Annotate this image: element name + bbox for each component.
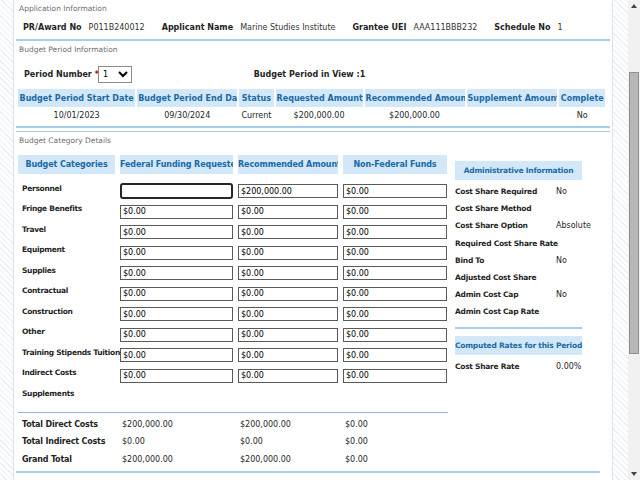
panel-field-label: Cost Share Required [455, 187, 556, 196]
category-row: Supplies [18, 260, 454, 281]
federal-funding-input[interactable] [120, 348, 233, 362]
panel-field-label: Admin Cost Cap Rate [455, 307, 556, 316]
app-info-row: PR/Award NoP011B240012Applicant NameMari… [23, 23, 612, 32]
category-label: Construction [18, 307, 115, 316]
budget-form-window: Application Information PR/Award NoP011B… [0, 0, 640, 480]
non-federal-funds-input[interactable] [343, 307, 447, 321]
totals-row: Total Indirect Costs$0.00$0.00$0.00 [18, 433, 454, 451]
vertical-scrollbar[interactable] [628, 0, 640, 480]
panel-field-row: Cost Share Rate0.00% [455, 358, 582, 375]
field-value: P011B240012 [89, 23, 145, 32]
category-row: Other [18, 322, 454, 343]
scroll-down-button[interactable] [628, 468, 640, 480]
non-federal-funds-input[interactable] [343, 266, 447, 280]
category-cell [343, 240, 447, 260]
category-label: Other [18, 327, 115, 336]
totals-value: $0.00 [120, 437, 233, 446]
category-cell [120, 199, 233, 219]
totals-value: $200,000.00 [120, 420, 233, 429]
totals-label: Total Indirect Costs [18, 437, 115, 446]
category-cell [238, 343, 338, 363]
recommended-amount-input[interactable] [238, 205, 338, 219]
totals-label: Total Direct Costs [18, 420, 115, 429]
non-federal-funds-input[interactable] [343, 328, 447, 342]
federal-funding-input[interactable] [120, 307, 233, 321]
category-header-cell: Budget Categories [18, 155, 115, 174]
category-header-cell: Recommended Amount [238, 155, 338, 174]
non-federal-funds-input[interactable] [343, 246, 447, 260]
federal-funding-input[interactable] [120, 246, 233, 260]
period-number-row: Period Number* 1 Budget Period in View :… [14, 65, 612, 89]
recommended-amount-input[interactable] [238, 348, 338, 362]
federal-funding-input[interactable] [120, 287, 233, 301]
recommended-amount-input[interactable] [238, 184, 338, 198]
category-cell [238, 302, 338, 322]
recommended-amount-input[interactable] [238, 369, 338, 383]
category-cell [238, 363, 338, 383]
recommended-amount-input[interactable] [238, 246, 338, 260]
scrollbar-thumb[interactable] [629, 72, 639, 354]
totals-label: Grand Total [18, 455, 115, 464]
category-cell [238, 261, 338, 281]
category-row: Personnel [18, 178, 454, 199]
non-federal-funds-input[interactable] [343, 205, 447, 219]
category-row: Travel [18, 219, 454, 240]
period-table-cell [467, 107, 558, 124]
recommended-amount-input[interactable] [238, 307, 338, 321]
period-table-header-cell: Requested Amount [276, 89, 363, 107]
period-table-cell: 09/30/2024 [137, 107, 237, 124]
category-cell [120, 261, 233, 281]
non-federal-funds-input[interactable] [343, 287, 447, 301]
non-federal-funds-input[interactable] [343, 184, 447, 198]
panel-field-label: Admin Cost Cap [455, 290, 556, 299]
category-cell [343, 261, 447, 281]
federal-funding-input[interactable] [120, 328, 233, 342]
admin-fields: Cost Share RequiredNoCost Share MethodCo… [455, 183, 582, 321]
category-row: Indirect Costs [18, 363, 454, 384]
recommended-amount-input[interactable] [238, 328, 338, 342]
federal-funding-input[interactable] [120, 266, 233, 280]
period-table-header-cell: Complete [559, 89, 605, 107]
recommended-amount-input[interactable] [238, 225, 338, 239]
federal-funding-input[interactable] [120, 225, 233, 239]
category-label: Indirect Costs [18, 368, 115, 377]
scroll-down-icon [631, 472, 637, 476]
admin-panel: Administrative Information Cost Share Re… [455, 161, 582, 375]
period-table-data-row: 10/01/202309/30/2024Current$200,000.00$2… [18, 107, 605, 124]
budget-period-table: Budget Period Start DateBudget Period En… [16, 89, 607, 124]
bottom-divider [16, 471, 600, 473]
non-federal-funds-input[interactable] [343, 369, 447, 383]
in-view-label: Budget Period in View : [254, 70, 360, 79]
scroll-up-button[interactable] [628, 0, 640, 12]
federal-funding-input[interactable] [120, 183, 233, 199]
federal-funding-input[interactable] [120, 205, 233, 219]
non-federal-funds-input[interactable] [343, 225, 447, 239]
category-cell [238, 179, 338, 199]
totals-value: $200,000.00 [120, 455, 233, 464]
totals-row: Total Direct Costs$200,000.00$200,000.00… [18, 416, 454, 434]
category-header-cell: Federal Funding Requested [120, 155, 233, 174]
period-table-header-cell: Supplement Amount [467, 89, 558, 107]
field-label: PR/Award No [23, 23, 82, 32]
recommended-amount-input[interactable] [238, 266, 338, 280]
budget-period-in-view: Budget Period in View :1 [14, 70, 605, 79]
computed-rates-divider [455, 327, 582, 329]
category-cell [343, 220, 447, 240]
panel-field-value: Absolute [556, 221, 591, 230]
panel-field-value: No [556, 256, 582, 265]
category-cell [238, 322, 338, 342]
totals-value: $200,000.00 [238, 455, 338, 464]
category-cell [343, 179, 447, 199]
federal-funding-input[interactable] [120, 369, 233, 383]
category-rows: PersonnelFringe BenefitsTravelEquipmentS… [18, 178, 454, 404]
category-cell [238, 281, 338, 301]
recommended-amount-input[interactable] [238, 287, 338, 301]
totals-row: Grand Total$200,000.00$200,000.00$0.00 [18, 451, 454, 469]
category-cell [343, 343, 447, 363]
non-federal-funds-input[interactable] [343, 348, 447, 362]
category-cell [120, 322, 233, 342]
panel-field-row: Cost Share RequiredNo [455, 183, 582, 200]
category-row: Training Stipends Tuition [18, 342, 454, 363]
category-cell [120, 281, 233, 301]
panel-field-row: Admin Cost CapNo [455, 286, 582, 303]
